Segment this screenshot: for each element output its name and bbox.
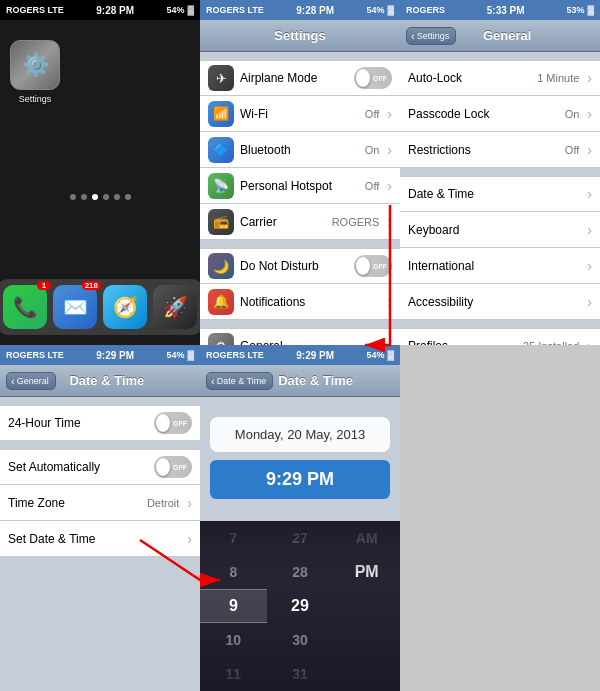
picker-col-minute[interactable]: 27 28 29 30 31 [267,521,334,691]
settings-app-icon[interactable]: ⚙️ [10,40,60,90]
general-navbar: ‹ Settings General [400,20,600,52]
settings-app-icon-area[interactable]: ⚙️ Settings [10,40,60,104]
general-status-bar: ROGERS 5:33 PM 53% ▓ [400,0,600,20]
passcode-row[interactable]: Passcode Lock On › [400,96,600,132]
min-29[interactable]: 29 [267,589,334,623]
carrier-icon: 📻 [208,209,234,235]
hour-8[interactable]: 8 [200,555,267,589]
hour-7[interactable]: 7 [200,521,267,555]
time-picker[interactable]: 7 8 9 10 11 27 28 29 30 31 AM PM [200,521,400,691]
wifi-arrow: › [387,106,392,122]
settings-section-2: 🌙 Do Not Disturb OFF 🔔 Notifications › [200,248,400,320]
dt-picker-back-button[interactable]: ‹ Date & Time [206,372,273,390]
general-settings-screen: ROGERS 5:33 PM 53% ▓ ‹ Settings General … [400,0,600,345]
min-28[interactable]: 28 [267,555,334,589]
dt-section-1: 24-Hour Time OFF [0,405,200,441]
dt-section-2: Set Automatically OFF Time Zone Detroit … [0,449,200,557]
notifications-row[interactable]: 🔔 Notifications › [200,284,400,320]
restrictions-label: Restrictions [408,143,559,157]
set-date-row[interactable]: Set Date & Time › [0,521,200,557]
datetime-settings-screen: ROGERS LTE 9:29 PM 54% ▓ ‹ General Date … [0,345,200,691]
ampm-am[interactable]: AM [333,521,400,555]
dt-picker-status-bar: ROGERS LTE 9:29 PM 54% ▓ [200,345,400,365]
restrictions-row[interactable]: Restrictions Off › [400,132,600,168]
dock-mail[interactable]: ✉️ 218 [53,285,97,329]
ampm-pm[interactable]: PM [333,555,400,589]
restrictions-value: Off [565,144,579,156]
hour-10[interactable]: 10 [200,623,267,657]
datetime-label: Date & Time [408,187,581,201]
set-auto-row[interactable]: Set Automatically OFF [0,449,200,485]
dock-safari[interactable]: 🧭 [103,285,147,329]
autolock-row[interactable]: Auto-Lock 1 Minute › [400,60,600,96]
dt-picker-nav-title: Date & Time [277,373,354,388]
picker-col-hour[interactable]: 7 8 9 10 11 [200,521,267,691]
bluetooth-value: On [365,144,380,156]
settings-time: 9:28 PM [296,5,334,16]
profiles-label: Profiles [408,339,517,345]
24hour-toggle[interactable]: OFF [154,412,192,434]
set-auto-toggle[interactable]: OFF [154,456,192,478]
airplane-toggle[interactable]: OFF [354,67,392,89]
accessibility-row[interactable]: Accessibility › [400,284,600,320]
dnd-row[interactable]: 🌙 Do Not Disturb OFF [200,248,400,284]
wifi-row[interactable]: 📶 Wi-Fi Off › [200,96,400,132]
hotspot-icon: 📡 [208,173,234,199]
picker-col-ampm[interactable]: AM PM [333,521,400,691]
hotspot-row[interactable]: 📡 Personal Hotspot Off › [200,168,400,204]
ampm-empty1 [333,589,400,623]
carrier-row[interactable]: 📻 Carrier ROGERS › [200,204,400,240]
settings-navbar: Settings [200,20,400,52]
empty-panel [400,345,600,691]
settings-app-label: Settings [19,94,52,104]
timezone-row[interactable]: Time Zone Detroit › [0,485,200,521]
general-back-label: Settings [417,31,450,41]
dock-phone[interactable]: 📞 1 [3,285,47,329]
dt-settings-list: 24-Hour Time OFF Set Automatically OFF [0,397,200,557]
ampm-empty2 [333,623,400,657]
airplane-icon: ✈ [208,65,234,91]
datetime-row[interactable]: Date & Time › [400,176,600,212]
hotspot-label: Personal Hotspot [240,179,359,193]
bluetooth-row[interactable]: 🔷 Bluetooth On › [200,132,400,168]
dot-3 [92,194,98,200]
min-30[interactable]: 30 [267,623,334,657]
dt-settings-back-button[interactable]: ‹ General [6,372,56,390]
settings-section-1: ✈ Airplane Mode OFF 📶 Wi-Fi Off › 🔷 Blue… [200,60,400,240]
carrier-arrow: › [387,214,392,230]
dock-launch[interactable]: 🚀 [153,285,197,329]
wifi-value: Off [365,108,379,120]
international-row[interactable]: International › [400,248,600,284]
notifications-arrow: › [387,294,392,310]
mail-badge: 218 [82,281,101,290]
back-arrow-icon: ‹ [411,30,415,42]
dt-settings-time: 9:29 PM [96,350,134,361]
profiles-row[interactable]: Profiles 25 Installed › [400,328,600,345]
airplane-row[interactable]: ✈ Airplane Mode OFF [200,60,400,96]
general-section-1: Auto-Lock 1 Minute › Passcode Lock On › … [400,60,600,168]
settings-nav-title: Settings [274,28,325,43]
hour-11[interactable]: 11 [200,657,267,691]
24hour-row[interactable]: 24-Hour Time OFF [0,405,200,441]
settings-list: ✈ Airplane Mode OFF 📶 Wi-Fi Off › 🔷 Blue… [200,52,400,345]
dnd-toggle-thumb [356,257,370,275]
general-time: 5:33 PM [487,5,525,16]
time-display-text: 9:29 PM [266,469,334,489]
phone-badge: 1 [37,281,51,290]
passcode-value: On [565,108,580,120]
min-31[interactable]: 31 [267,657,334,691]
dt-settings-back-label: General [17,376,49,386]
general-back-button[interactable]: ‹ Settings [406,27,456,45]
dnd-label: Do Not Disturb [240,259,348,273]
general-list: Auto-Lock 1 Minute › Passcode Lock On › … [400,52,600,345]
keyboard-row[interactable]: Keyboard › [400,212,600,248]
settings-status-bar: ROGERS LTE 9:28 PM 54% ▓ [200,0,400,20]
hour-9[interactable]: 9 [200,589,267,623]
settings-section-3: ⚙ General › 🔊 Sounds › ☀ Brightness & Wa… [200,328,400,345]
min-27[interactable]: 27 [267,521,334,555]
accessibility-arrow: › [587,294,592,310]
dnd-toggle[interactable]: OFF [354,255,392,277]
wifi-icon: 📶 [208,101,234,127]
general-row[interactable]: ⚙ General › [200,328,400,345]
page-dots [70,194,131,200]
